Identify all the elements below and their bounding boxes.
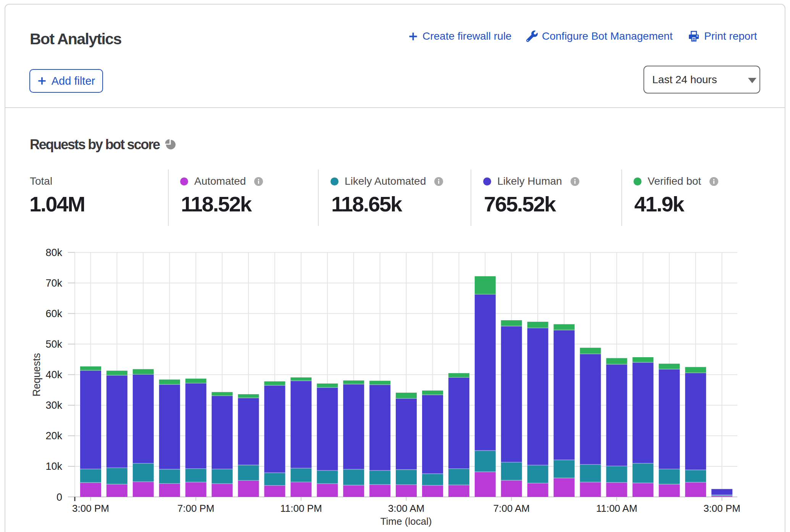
svg-text:20k: 20k — [45, 430, 62, 442]
svg-text:3:00 PM: 3:00 PM — [72, 503, 109, 514]
svg-text:11:00 AM: 11:00 AM — [596, 503, 637, 514]
svg-text:50k: 50k — [45, 339, 62, 350]
svg-text:0: 0 — [56, 492, 62, 503]
svg-text:30k: 30k — [45, 400, 62, 411]
svg-text:11:00 PM: 11:00 PM — [280, 503, 322, 514]
svg-text:3:00 AM: 3:00 AM — [388, 503, 424, 514]
svg-text:60k: 60k — [45, 308, 62, 319]
svg-text:3:00 PM: 3:00 PM — [703, 503, 740, 514]
svg-text:7:00 PM: 7:00 PM — [177, 503, 214, 514]
svg-text:7:00 AM: 7:00 AM — [493, 503, 529, 514]
svg-text:10k: 10k — [45, 461, 62, 472]
svg-text:40k: 40k — [45, 369, 62, 380]
svg-text:80k: 80k — [45, 247, 62, 258]
svg-text:70k: 70k — [45, 277, 62, 289]
svg-text:Requests: Requests — [31, 353, 42, 397]
svg-text:Time (local): Time (local) — [380, 516, 432, 527]
